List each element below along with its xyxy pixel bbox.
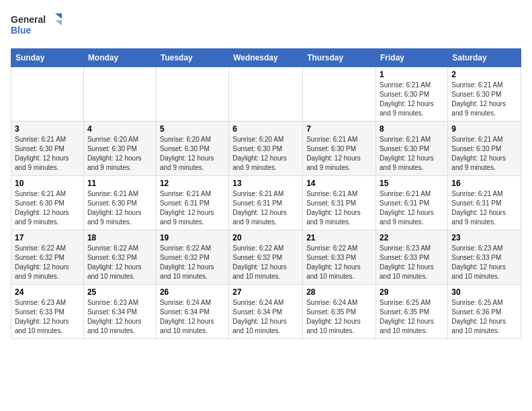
day-number: 14 [306, 179, 372, 188]
day-info: Sunrise: 6:22 AM Sunset: 6:32 PM Dayligh… [160, 244, 225, 281]
day-number: 19 [160, 233, 225, 242]
day-info: Sunrise: 6:23 AM Sunset: 6:33 PM Dayligh… [15, 298, 80, 336]
day-number: 21 [306, 233, 372, 242]
day-cell: 26Sunrise: 6:24 AM Sunset: 6:34 PM Dayli… [156, 285, 228, 339]
day-cell [83, 67, 156, 122]
logo-svg: General Blue [11, 11, 64, 40]
day-number: 7 [306, 124, 372, 134]
day-info: Sunrise: 6:23 AM Sunset: 6:33 PM Dayligh… [451, 244, 517, 281]
day-cell: 13Sunrise: 6:21 AM Sunset: 6:31 PM Dayli… [229, 176, 303, 230]
day-cell: 15Sunrise: 6:21 AM Sunset: 6:31 PM Dayli… [376, 176, 448, 230]
day-info: Sunrise: 6:21 AM Sunset: 6:31 PM Dayligh… [451, 189, 517, 227]
day-number: 26 [160, 287, 225, 297]
day-number: 1 [380, 70, 444, 79]
day-cell: 30Sunrise: 6:25 AM Sunset: 6:36 PM Dayli… [448, 285, 521, 339]
day-number: 13 [232, 179, 299, 188]
day-cell: 3Sunrise: 6:21 AM Sunset: 6:30 PM Daylig… [11, 122, 84, 176]
week-row-4: 17Sunrise: 6:22 AM Sunset: 6:32 PM Dayli… [11, 230, 521, 285]
logo: General Blue [11, 11, 64, 40]
day-info: Sunrise: 6:20 AM Sunset: 6:30 PM Dayligh… [160, 135, 225, 173]
day-number: 12 [160, 179, 225, 188]
day-cell: 16Sunrise: 6:21 AM Sunset: 6:31 PM Dayli… [448, 176, 521, 230]
day-number: 10 [15, 179, 80, 188]
day-cell: 22Sunrise: 6:23 AM Sunset: 6:33 PM Dayli… [376, 230, 448, 285]
day-number: 29 [380, 287, 444, 297]
day-info: Sunrise: 6:21 AM Sunset: 6:30 PM Dayligh… [87, 189, 152, 227]
day-info: Sunrise: 6:25 AM Sunset: 6:36 PM Dayligh… [451, 298, 517, 336]
day-info: Sunrise: 6:21 AM Sunset: 6:30 PM Dayligh… [380, 81, 444, 118]
svg-text:Blue: Blue [11, 25, 32, 36]
header-sunday: Sunday [11, 49, 84, 67]
day-cell: 5Sunrise: 6:20 AM Sunset: 6:30 PM Daylig… [156, 122, 228, 176]
day-info: Sunrise: 6:22 AM Sunset: 6:32 PM Dayligh… [232, 244, 299, 281]
day-cell: 14Sunrise: 6:21 AM Sunset: 6:31 PM Dayli… [303, 176, 376, 230]
day-number: 20 [232, 233, 299, 242]
day-number: 5 [160, 124, 225, 134]
day-number: 25 [87, 287, 152, 297]
day-cell: 11Sunrise: 6:21 AM Sunset: 6:30 PM Dayli… [83, 176, 156, 230]
day-cell: 12Sunrise: 6:21 AM Sunset: 6:31 PM Dayli… [156, 176, 228, 230]
svg-marker-2 [55, 13, 62, 19]
day-cell [156, 67, 228, 122]
day-number: 24 [15, 287, 80, 297]
day-cell: 7Sunrise: 6:21 AM Sunset: 6:30 PM Daylig… [303, 122, 376, 176]
day-number: 22 [380, 233, 444, 242]
header-tuesday: Tuesday [156, 49, 228, 67]
day-cell: 10Sunrise: 6:21 AM Sunset: 6:30 PM Dayli… [11, 176, 84, 230]
day-cell: 2Sunrise: 6:21 AM Sunset: 6:30 PM Daylig… [448, 67, 521, 122]
day-info: Sunrise: 6:21 AM Sunset: 6:31 PM Dayligh… [380, 189, 444, 227]
day-info: Sunrise: 6:24 AM Sunset: 6:35 PM Dayligh… [306, 298, 372, 336]
day-cell: 27Sunrise: 6:24 AM Sunset: 6:34 PM Dayli… [229, 285, 303, 339]
day-cell: 23Sunrise: 6:23 AM Sunset: 6:33 PM Dayli… [448, 230, 521, 285]
day-cell: 28Sunrise: 6:24 AM Sunset: 6:35 PM Dayli… [303, 285, 376, 339]
day-number: 27 [232, 287, 299, 297]
day-info: Sunrise: 6:21 AM Sunset: 6:30 PM Dayligh… [451, 135, 517, 173]
day-info: Sunrise: 6:24 AM Sunset: 6:34 PM Dayligh… [160, 298, 225, 336]
day-info: Sunrise: 6:21 AM Sunset: 6:30 PM Dayligh… [15, 135, 80, 173]
day-cell: 1Sunrise: 6:21 AM Sunset: 6:30 PM Daylig… [376, 67, 448, 122]
day-cell [11, 67, 84, 122]
header-saturday: Saturday [448, 49, 521, 67]
week-row-2: 3Sunrise: 6:21 AM Sunset: 6:30 PM Daylig… [11, 122, 521, 176]
day-cell: 21Sunrise: 6:22 AM Sunset: 6:33 PM Dayli… [303, 230, 376, 285]
day-number: 4 [87, 124, 152, 134]
week-row-3: 10Sunrise: 6:21 AM Sunset: 6:30 PM Dayli… [11, 176, 521, 230]
day-info: Sunrise: 6:21 AM Sunset: 6:31 PM Dayligh… [160, 189, 225, 227]
day-cell: 18Sunrise: 6:22 AM Sunset: 6:32 PM Dayli… [83, 230, 156, 285]
day-number: 28 [306, 287, 372, 297]
header-monday: Monday [83, 49, 156, 67]
day-info: Sunrise: 6:20 AM Sunset: 6:30 PM Dayligh… [87, 135, 152, 173]
page-header: General Blue [11, 11, 521, 40]
day-number: 15 [380, 179, 444, 188]
day-number: 9 [451, 124, 517, 134]
day-cell: 24Sunrise: 6:23 AM Sunset: 6:33 PM Dayli… [11, 285, 84, 339]
day-info: Sunrise: 6:24 AM Sunset: 6:34 PM Dayligh… [232, 298, 299, 336]
calendar-table: SundayMondayTuesdayWednesdayThursdayFrid… [11, 48, 521, 339]
header-wednesday: Wednesday [229, 49, 303, 67]
day-info: Sunrise: 6:22 AM Sunset: 6:32 PM Dayligh… [87, 244, 152, 281]
day-number: 3 [15, 124, 80, 134]
day-info: Sunrise: 6:21 AM Sunset: 6:30 PM Dayligh… [380, 135, 444, 173]
day-number: 2 [451, 70, 517, 79]
day-number: 18 [87, 233, 152, 242]
day-info: Sunrise: 6:21 AM Sunset: 6:31 PM Dayligh… [232, 189, 299, 227]
day-cell: 8Sunrise: 6:21 AM Sunset: 6:30 PM Daylig… [376, 122, 448, 176]
day-info: Sunrise: 6:22 AM Sunset: 6:32 PM Dayligh… [15, 244, 80, 281]
day-cell: 6Sunrise: 6:20 AM Sunset: 6:30 PM Daylig… [229, 122, 303, 176]
day-info: Sunrise: 6:25 AM Sunset: 6:35 PM Dayligh… [380, 298, 444, 336]
day-info: Sunrise: 6:20 AM Sunset: 6:30 PM Dayligh… [232, 135, 299, 173]
day-info: Sunrise: 6:21 AM Sunset: 6:30 PM Dayligh… [451, 81, 517, 118]
day-number: 8 [380, 124, 444, 134]
week-row-5: 24Sunrise: 6:23 AM Sunset: 6:33 PM Dayli… [11, 285, 521, 339]
svg-text:General: General [11, 14, 46, 25]
header-thursday: Thursday [303, 49, 376, 67]
day-info: Sunrise: 6:21 AM Sunset: 6:30 PM Dayligh… [15, 189, 80, 227]
day-number: 16 [451, 179, 517, 188]
day-cell: 20Sunrise: 6:22 AM Sunset: 6:32 PM Dayli… [229, 230, 303, 285]
day-cell: 9Sunrise: 6:21 AM Sunset: 6:30 PM Daylig… [448, 122, 521, 176]
day-info: Sunrise: 6:21 AM Sunset: 6:30 PM Dayligh… [306, 135, 372, 173]
header-friday: Friday [376, 49, 448, 67]
day-cell: 29Sunrise: 6:25 AM Sunset: 6:35 PM Dayli… [376, 285, 448, 339]
svg-marker-3 [55, 20, 62, 26]
day-cell: 19Sunrise: 6:22 AM Sunset: 6:32 PM Dayli… [156, 230, 228, 285]
